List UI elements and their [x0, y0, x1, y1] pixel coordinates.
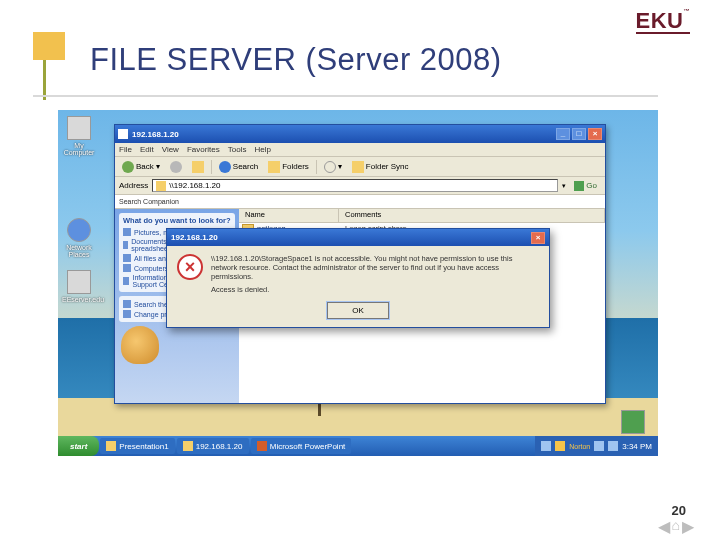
search-icon: [219, 161, 231, 173]
screenshot-desktop: My Computer Recycle Bin Network Places E…: [58, 110, 658, 456]
prev-slide-icon[interactable]: ◀: [658, 517, 670, 536]
document-icon: [123, 241, 128, 249]
col-comments[interactable]: Comments: [339, 209, 605, 222]
files-icon: [123, 254, 131, 262]
up-button[interactable]: [189, 160, 207, 174]
tray-norton-label[interactable]: Norton: [569, 443, 590, 450]
views-icon: [324, 161, 336, 173]
taskbar: start Presentation1 192.168.1.20 Microso…: [58, 436, 658, 456]
slide-nav: ◀ ⌂ ▶: [658, 517, 694, 536]
address-input[interactable]: \\192.168.1.20: [152, 179, 558, 192]
desktop-icon-network[interactable]: Network Places: [62, 218, 96, 258]
column-headers: Name Comments: [239, 209, 605, 223]
norton-icon[interactable]: [555, 441, 565, 451]
taskbar-item[interactable]: 192.168.1.20: [177, 438, 249, 454]
menu-edit[interactable]: Edit: [140, 145, 154, 154]
explorer-titlebar[interactable]: 192.168.1.20 _ □ ×: [115, 125, 605, 143]
globe-icon: [67, 218, 91, 242]
clock[interactable]: 3:34 PM: [622, 442, 652, 451]
go-icon: [574, 181, 584, 191]
tray-icon[interactable]: [541, 441, 551, 451]
app-icon: [257, 441, 267, 451]
volume-icon[interactable]: [608, 441, 618, 451]
sync-button[interactable]: Folder Sync: [349, 160, 412, 174]
folder-icon: [183, 441, 193, 451]
toolbar: Back ▾ Search Folders ▾ Folder Sync: [115, 157, 605, 177]
forward-icon: [170, 161, 182, 173]
menubar: File Edit View Favorites Tools Help: [115, 143, 605, 157]
views-dropdown[interactable]: ▾: [321, 160, 345, 174]
menu-view[interactable]: View: [162, 145, 179, 154]
prefs-icon: [123, 310, 131, 318]
pictures-icon: [123, 228, 131, 236]
back-button[interactable]: Back ▾: [119, 160, 163, 174]
ok-button[interactable]: OK: [327, 302, 389, 319]
search-dog-icon[interactable]: [121, 326, 159, 364]
forward-button[interactable]: [167, 160, 185, 174]
dialog-message: \\192.168.1.20\StorageSpace1 is not acce…: [211, 254, 539, 294]
menu-help[interactable]: Help: [254, 145, 270, 154]
dialog-titlebar[interactable]: 192.168.1.20 ×: [167, 229, 549, 246]
tab-search-companion[interactable]: Search Companion: [119, 198, 179, 205]
system-tray: Norton 3:34 PM: [535, 436, 658, 456]
help-icon: [123, 277, 129, 285]
dialog-close-button[interactable]: ×: [531, 232, 545, 244]
window-title: 192.168.1.20: [132, 130, 179, 139]
address-label: Address: [119, 181, 148, 190]
menu-favorites[interactable]: Favorites: [187, 145, 220, 154]
back-icon: [122, 161, 134, 173]
desktop-icon-mycomputer[interactable]: My Computer: [62, 116, 96, 156]
close-button[interactable]: ×: [588, 128, 602, 140]
error-dialog: 192.168.1.20 × × \\192.168.1.20\StorageS…: [166, 228, 550, 328]
desktop-icon-eeserver[interactable]: EEserver.edu: [62, 270, 96, 303]
up-icon: [192, 161, 204, 173]
recycle-icon: [621, 410, 645, 434]
task-header: What do you want to look for?: [123, 216, 231, 225]
search-button[interactable]: Search: [216, 160, 261, 174]
home-icon[interactable]: ⌂: [672, 517, 680, 536]
taskbar-item[interactable]: Presentation1: [100, 438, 174, 454]
wallpaper-sand: [58, 398, 658, 438]
minimize-button[interactable]: _: [556, 128, 570, 140]
address-dropdown-icon[interactable]: ▾: [562, 182, 566, 190]
app-icon: [106, 441, 116, 451]
folder-icon: [156, 181, 166, 191]
network-icon[interactable]: [594, 441, 604, 451]
eku-logo: EKU™: [636, 8, 690, 34]
sync-icon: [352, 161, 364, 173]
computer-icon: [67, 116, 91, 140]
error-icon: ×: [177, 254, 203, 280]
title-accent-rule-h: [33, 95, 658, 97]
taskbar-item[interactable]: Microsoft PowerPoint: [251, 438, 352, 454]
menu-tools[interactable]: Tools: [228, 145, 247, 154]
col-name[interactable]: Name: [239, 209, 339, 222]
slide-number: 20: [672, 503, 686, 518]
go-button[interactable]: Go: [570, 181, 601, 191]
folders-icon: [268, 161, 280, 173]
maximize-button[interactable]: □: [572, 128, 586, 140]
folders-button[interactable]: Folders: [265, 160, 312, 174]
slide-header: FILE SERVER (Server 2008): [44, 42, 676, 78]
address-bar: Address \\192.168.1.20 ▾ Go: [115, 177, 605, 195]
slide-title: FILE SERVER (Server 2008): [90, 42, 676, 78]
next-slide-icon[interactable]: ▶: [682, 517, 694, 536]
server-icon: [67, 270, 91, 294]
dialog-title: 192.168.1.20: [171, 233, 218, 242]
start-button[interactable]: start: [58, 436, 99, 456]
tab-strip: Search Companion: [115, 195, 605, 209]
internet-icon: [123, 300, 131, 308]
menu-file[interactable]: File: [119, 145, 132, 154]
folder-icon: [118, 129, 128, 139]
computers-icon: [123, 264, 131, 272]
